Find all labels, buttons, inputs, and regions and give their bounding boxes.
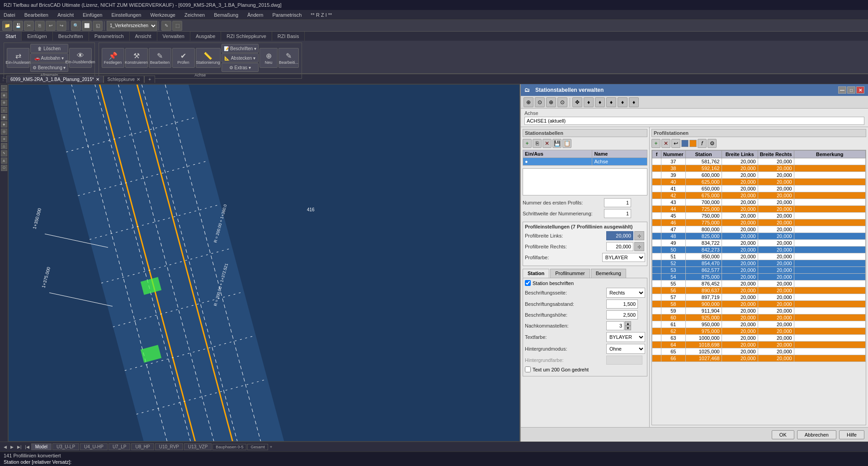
btn-ok[interactable]: OK xyxy=(772,430,794,439)
menu-andern[interactable]: Ändern xyxy=(245,11,265,19)
btn-ein-ausblenden[interactable]: 👁 Ein-/Ausblenden xyxy=(69,48,92,68)
btn-extras[interactable]: ⚙ Extras ▾ xyxy=(222,63,259,72)
toolbar-icon-6[interactable]: ↪ xyxy=(57,21,66,31)
table-row[interactable]: 44 725,000 20,000 20,000 xyxy=(652,206,866,213)
sidebar-icon-5[interactable]: ◉ xyxy=(1,114,7,120)
table-row[interactable]: 46 775,000 20,000 20,000 xyxy=(652,219,866,226)
dlg-icon-1[interactable]: ⊕ xyxy=(524,97,533,107)
sidebar-icon-6[interactable]: ◈ xyxy=(1,121,7,128)
sidebar-icon-1[interactable]: ↔ xyxy=(1,85,7,91)
table-row[interactable]: 55 876,452 20,000 20,000 xyxy=(652,281,866,287)
table-row[interactable]: 61 950,000 20,000 20,000 xyxy=(652,321,866,328)
btn-delete-profil[interactable]: ✕ xyxy=(661,139,670,148)
spinner-up[interactable]: ▲ xyxy=(625,321,631,326)
sidebar-icon-8[interactable]: ⧈ xyxy=(1,136,7,142)
model-tab-u4[interactable]: U4_U-HP xyxy=(80,443,108,450)
table-row[interactable]: 49 834,722 20,000 20,000 xyxy=(652,240,866,247)
menu-bemaSung[interactable]: Bemaßung xyxy=(212,11,240,19)
drawing-tab-add[interactable]: + xyxy=(144,76,155,83)
menu-ansicht[interactable]: Ansicht xyxy=(56,11,75,19)
tab-station[interactable]: Station xyxy=(523,269,549,278)
menu-werkzeuge[interactable]: Werkzeuge xyxy=(148,11,177,19)
table-row[interactable]: 62 975,000 20,000 20,000 xyxy=(652,328,866,335)
menu-bearbeiten[interactable]: Bearbeiten xyxy=(23,11,50,19)
btn-add-model-tab[interactable]: + xyxy=(268,444,274,450)
tab-bemerkung[interactable]: Bemerkung xyxy=(591,269,626,278)
btn-hilfe[interactable]: Hilfe xyxy=(839,430,864,439)
table-row[interactable]: 48 825,000 20,000 20,000 xyxy=(652,233,866,240)
win-btn-close[interactable]: ✕ xyxy=(856,86,864,94)
btn-abstecken[interactable]: 📐 Abstecken ▾ xyxy=(222,53,259,62)
toolbar-icon-8[interactable]: ⬜ xyxy=(82,21,92,31)
table-row[interactable]: 58 900,000 20,000 20,000 xyxy=(652,301,866,308)
table-row[interactable]: 51 850,000 20,000 20,000 xyxy=(652,253,866,260)
profilbreite-rechts-input[interactable] xyxy=(606,242,633,251)
drawing-tab-schleppkurve-close[interactable]: ✕ xyxy=(137,77,140,82)
dlg-icon-3[interactable]: ⊕ xyxy=(546,97,556,107)
btn-add-station[interactable]: + xyxy=(523,139,532,148)
sidebar-icon-2[interactable]: ⊕ xyxy=(1,92,7,99)
btn-color-blue[interactable] xyxy=(681,140,689,147)
table-row[interactable]: 64 1018,698 20,000 20,000 xyxy=(652,342,866,348)
dlg-icon-8[interactable]: ♦ xyxy=(606,97,616,107)
btn-clipboard-station[interactable]: 📋 xyxy=(562,139,571,148)
model-tab-u7[interactable]: U7_LP xyxy=(108,443,131,450)
btn-konstruieren[interactable]: ⚒ Konstruieren xyxy=(125,48,148,68)
toolbar-icon-1[interactable]: 📁 xyxy=(2,21,12,31)
btn-prüfen[interactable]: ✔ Prüfen xyxy=(172,48,195,68)
menu-zeichnen[interactable]: Zeichnen xyxy=(183,11,207,19)
ribbon-tab-schleppkurve[interactable]: RZI Schleppkurve xyxy=(221,32,272,41)
toolbar-icon-11[interactable]: ⬚ xyxy=(172,21,182,31)
sidebar-icon-11[interactable]: A xyxy=(1,157,7,164)
drawing-tab-close[interactable]: ✕ xyxy=(96,77,99,82)
layer-select[interactable]: 1_Verkehrszeichen xyxy=(107,21,157,31)
ribbon-tab-beschriften[interactable]: Beschriften xyxy=(53,32,89,41)
win-btn-minimize[interactable]: — xyxy=(838,86,846,94)
btn-ein-auslesen[interactable]: ⇄ Ein-/Auslesen xyxy=(7,48,29,68)
checkbox-text-gedreht[interactable] xyxy=(525,366,531,372)
menu-einstellungen[interactable]: Einstellungen xyxy=(109,11,143,19)
btn-undo-profil[interactable]: ↩ xyxy=(671,139,680,148)
btn-autobahn[interactable]: 🚗 Autobahn ▾ xyxy=(30,53,68,62)
btn-color-orange[interactable] xyxy=(689,140,697,147)
btn-settings-profil[interactable]: ⚙ xyxy=(708,139,717,148)
profilfarbe-select[interactable]: BYLAYER xyxy=(602,253,645,262)
table-row[interactable]: 42 675,000 20,000 20,000 xyxy=(652,192,866,199)
table-row[interactable]: 40 625,000 20,000 20,000 xyxy=(652,179,866,185)
model-tab-u13[interactable]: U13_VZP xyxy=(184,443,212,450)
table-row[interactable]: 57 897,719 20,000 20,000 xyxy=(652,294,866,301)
btn-loschen[interactable]: 🗑 Löschen xyxy=(30,44,68,53)
dlg-icon-6[interactable]: ♦ xyxy=(584,97,594,107)
btn-bearbeiti[interactable]: ✎ Bearbeiti... xyxy=(278,48,299,68)
beschriftungshohe-input[interactable] xyxy=(606,310,638,319)
menu-einfügen[interactable]: Einfügen xyxy=(81,11,104,19)
table-row[interactable]: 54 875,000 20,000 20,000 xyxy=(652,274,866,281)
btn-beschriften-achse[interactable]: 📝 Beschriften ▾ xyxy=(222,44,259,53)
ribbon-tab-parametrisch[interactable]: Parametrisch xyxy=(89,32,130,41)
toolbar-icon-4[interactable]: ⎘ xyxy=(35,21,45,31)
profilbreite-links-pick[interactable]: ⊹ xyxy=(634,231,644,240)
dlg-icon-9[interactable]: ♦ xyxy=(618,97,627,107)
drawing-tabs-collapse[interactable]: ⋮ xyxy=(0,76,6,81)
ribbon-tab-ausgabe[interactable]: Ausgabe xyxy=(190,32,221,41)
model-tab-u10[interactable]: U10_RVP xyxy=(155,443,183,450)
ribbon-tab-einfügen[interactable]: Einfügen xyxy=(22,32,52,41)
btn-function[interactable]: f xyxy=(698,139,707,148)
table-row[interactable]: 53 862,577 20,000 20,000 xyxy=(652,267,866,274)
drawing-tab-schleppkurve[interactable]: Schleppkurve ✕ xyxy=(104,76,145,83)
beschriftungsabstand-input[interactable] xyxy=(606,300,638,309)
dlg-icon-4[interactable]: ⊙ xyxy=(557,97,567,107)
table-row[interactable]: 37 581,762 20,000 20,000 xyxy=(652,158,866,165)
table-row[interactable]: 63 1000,000 20,000 20,000 xyxy=(652,335,866,342)
table-row[interactable]: 45 750,000 20,000 20,000 xyxy=(652,213,866,219)
table-row[interactable]: 59 911,904 20,000 20,000 xyxy=(652,308,866,314)
sidebar-icon-10[interactable]: ✎ xyxy=(1,150,7,157)
textfarbe-select[interactable]: BYLAYER xyxy=(606,332,645,342)
btn-delete-station[interactable]: ✕ xyxy=(542,139,552,148)
btn-copy-station[interactable]: ⎘ xyxy=(533,139,542,148)
btn-bearbeiten[interactable]: ✎ Bearbeiten xyxy=(149,48,171,68)
menu-datei[interactable]: Datei xyxy=(2,11,17,19)
dlg-icon-2[interactable]: ⊙ xyxy=(535,97,545,107)
btn-add-profil[interactable]: + xyxy=(651,139,660,148)
tab-profilnummer[interactable]: Profilnummer xyxy=(550,269,590,278)
